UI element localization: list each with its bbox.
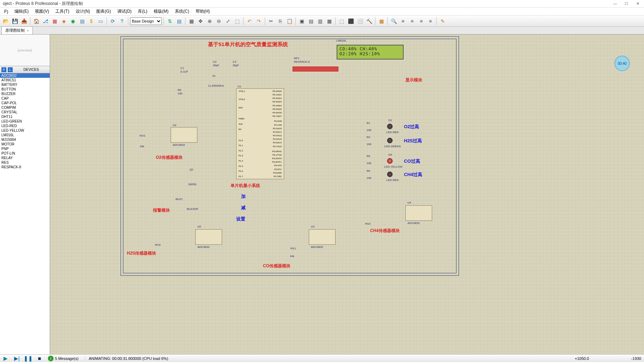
sim-pause-button[interactable]: ❚❚ [23, 355, 34, 362]
copy-icon[interactable]: ⎘ [276, 17, 284, 25]
device-item[interactable]: BUTTON [0, 87, 50, 92]
netlist-icon[interactable]: ≡ [408, 17, 416, 25]
toggle-icon[interactable]: ▦ [377, 17, 386, 25]
menu-edit[interactable]: 编辑(E) [12, 8, 31, 15]
maximize-button[interactable]: ☐ [623, 1, 630, 6]
compile-icon[interactable]: ≡ [417, 17, 425, 25]
device-item[interactable]: POT-LIN [0, 151, 50, 156]
home-icon[interactable]: 🏠 [32, 17, 41, 25]
block-delete-icon[interactable]: ▦ [325, 17, 333, 25]
device-item[interactable]: ADC0832 [0, 73, 50, 78]
erc-icon[interactable]: ≡ [399, 17, 407, 25]
overview-panel[interactable]: [overview] [0, 35, 50, 66]
package-icon[interactable]: ⬛ [346, 17, 355, 25]
code-icon[interactable]: $ [87, 17, 96, 25]
block-copy-icon[interactable]: ▣ [298, 17, 306, 25]
device-item[interactable]: BUZZER [0, 92, 50, 96]
device-item[interactable]: MOTOR [0, 142, 50, 146]
undo-icon[interactable]: ↶ [245, 17, 254, 25]
minimize-button[interactable]: — [612, 1, 619, 6]
device-item[interactable]: PNP [0, 146, 50, 151]
notes-icon[interactable]: ▤ [175, 17, 183, 25]
device-item[interactable]: RELAY [0, 156, 50, 160]
menu-debug[interactable]: 调试(D) [115, 8, 135, 15]
device-item[interactable]: RESPACK-8 [0, 165, 50, 169]
sim-step-button[interactable]: ▶| [11, 355, 23, 362]
sim-stop-button[interactable]: ■ [34, 355, 45, 362]
bom-icon[interactable]: ▤ [78, 17, 86, 25]
transfer-icon[interactable]: ⇅ [166, 17, 174, 25]
tab-schematic[interactable]: 原理图绘制 × [1, 26, 33, 34]
adc-u5[interactable] [195, 229, 222, 245]
pcb-icon[interactable]: ▦ [50, 17, 59, 25]
close-button[interactable]: ✕ [634, 1, 641, 6]
block-rotate-icon[interactable]: ▥ [316, 17, 324, 25]
pan-icon[interactable]: ✥ [196, 17, 205, 25]
edit-prop-icon[interactable]: ✎ [438, 17, 447, 25]
device-item[interactable]: AT89C51 [0, 78, 50, 82]
led-o2[interactable] [387, 124, 393, 129]
save-icon[interactable]: 💾 [11, 17, 19, 25]
device-item[interactable]: CAP [0, 96, 50, 101]
devices-list[interactable]: ADC0832AT89C51BATTERYBUTTONBUZZERCAPCAP-… [0, 73, 50, 354]
p-button[interactable]: P [1, 67, 6, 72]
l-button[interactable]: L [8, 67, 13, 72]
menu-design[interactable]: 设计(N) [73, 8, 93, 15]
device-item[interactable]: CAP-POL [0, 101, 50, 105]
zoom-in-icon[interactable]: ⊕ [206, 17, 214, 25]
report-icon[interactable]: ≡ [426, 17, 435, 25]
decompose-icon[interactable]: ⬜ [356, 17, 364, 25]
lcd-display[interactable]: CO:40% CH:40% O2:20% H2S:10% [337, 45, 404, 60]
schematic-icon[interactable]: ⎇ [41, 17, 50, 25]
menu-template[interactable]: 模版(M) [151, 8, 171, 15]
schematic-canvas[interactable]: 00:40 基于51单片机的空气质量监测系统 LM016L CO:40% CH:… [50, 35, 644, 354]
cut-icon[interactable]: ✂ [267, 17, 275, 25]
pick-icon[interactable]: ⬚ [337, 17, 346, 25]
led-ch4[interactable] [387, 171, 393, 177]
device-item[interactable]: DHT11 [0, 114, 50, 119]
respack-component[interactable] [293, 67, 338, 71]
redo-icon[interactable]: ↷ [254, 17, 263, 25]
device-item[interactable]: LM016L [0, 133, 50, 137]
menu-view[interactable]: 视图(V) [32, 8, 52, 15]
adc-u2[interactable] [171, 127, 197, 143]
device-item[interactable]: LED-RED [0, 124, 50, 128]
device-item[interactable]: LED-YELLOW [0, 128, 50, 133]
info-icon[interactable]: i [48, 356, 54, 361]
menu-system[interactable]: 系统(C) [172, 8, 192, 15]
device-item[interactable]: CRYSTAL [0, 110, 50, 114]
led-co[interactable] [387, 158, 393, 164]
gerber-icon[interactable]: ◉ [69, 17, 77, 25]
mcu-chip[interactable]: XTAL1XTAL2RSTPSENALEEAP1.0P1.1P1.2P1.3P1… [236, 88, 284, 179]
vsm-icon[interactable]: ▭ [96, 17, 105, 25]
paste-icon[interactable]: 📋 [285, 17, 294, 25]
led-h2s[interactable] [387, 138, 393, 143]
zoom-out-icon[interactable]: ⊖ [215, 17, 223, 25]
open-icon[interactable]: 📂 [1, 17, 10, 25]
menu-help[interactable]: 帮助(H) [193, 8, 213, 15]
3d-icon[interactable]: ◈ [60, 17, 68, 25]
menu-library[interactable]: 库(L) [135, 8, 150, 15]
adc-u3[interactable] [309, 229, 336, 245]
menu-file[interactable]: F) [1, 8, 11, 15]
menu-tools[interactable]: 工具(T) [53, 8, 72, 15]
messages-count[interactable]: 5 Message(s) [55, 356, 79, 361]
menu-graph[interactable]: 图表(G) [93, 8, 114, 15]
block-move-icon[interactable]: ▤ [307, 17, 315, 25]
design-select[interactable]: Base Design [130, 17, 162, 25]
import-icon[interactable]: 📥 [20, 17, 28, 25]
close-icon[interactable]: × [27, 29, 29, 33]
grid-icon[interactable]: ▦ [187, 17, 196, 25]
find-icon[interactable]: 🔍 [390, 17, 398, 25]
device-item[interactable]: RES [0, 160, 50, 165]
hammer-icon[interactable]: 🔨 [365, 17, 373, 25]
help-icon[interactable]: ? [118, 17, 126, 25]
device-item[interactable]: LED-GREEN [0, 119, 50, 124]
sim-play-button[interactable]: ▶ [0, 355, 11, 362]
adc-u4[interactable] [405, 205, 432, 221]
zoom-fit-icon[interactable]: ⤢ [224, 17, 232, 25]
zoom-area-icon[interactable]: ⬚ [233, 17, 241, 25]
device-item[interactable]: BATTERY [0, 82, 50, 87]
device-item[interactable]: MJ15004 [0, 137, 50, 142]
device-item[interactable]: COMPIM [0, 105, 50, 110]
